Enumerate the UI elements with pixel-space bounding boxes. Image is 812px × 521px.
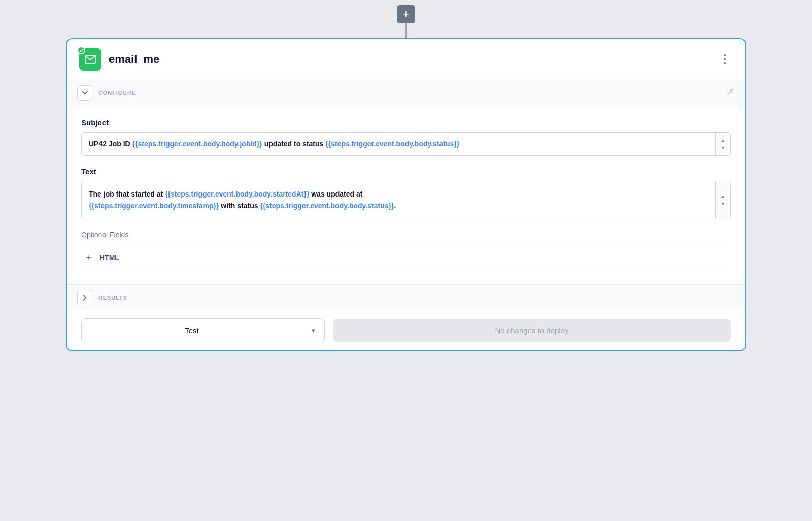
- add-node-button[interactable]: +: [397, 5, 415, 23]
- step-card: email_me CONFIGURE: [66, 38, 746, 351]
- card-header: email_me: [67, 39, 745, 80]
- text-var2: {{steps.trigger.event.body.timestamp}}: [89, 202, 219, 210]
- text-spinner[interactable]: ▲ ▼: [715, 181, 730, 219]
- text-input-row[interactable]: The job that started at {{steps.trigger.…: [81, 181, 731, 219]
- pin-icon-svg: [727, 88, 735, 96]
- check-badge: [77, 46, 85, 54]
- results-bar: RESULTS: [67, 284, 745, 310]
- subject-input-row[interactable]: UP42 Job ID {{steps.trigger.event.body.b…: [81, 132, 731, 156]
- subject-var2: {{steps.trigger.event.body.body.status}}: [325, 140, 459, 148]
- text-var3: {{steps.trigger.event.body.body.status}}: [260, 202, 394, 210]
- subject-middle: updated to status: [262, 140, 325, 148]
- optional-fields-label: Optional Fields: [81, 231, 731, 244]
- html-label: HTML: [99, 254, 119, 262]
- text-var1: {{steps.trigger.event.body.body.startedA…: [165, 190, 309, 198]
- text-input-content[interactable]: The job that started at {{steps.trigger.…: [82, 181, 715, 219]
- card-title: email_me: [109, 53, 717, 66]
- spinner-down-icon[interactable]: ▼: [720, 144, 727, 152]
- connector-line-top: [405, 23, 407, 39]
- text-prefix: The job that started at: [89, 190, 165, 198]
- canvas: + email_me: [0, 0, 812, 521]
- chevron-down-icon: ▾: [312, 327, 315, 334]
- subject-label: Subject: [81, 118, 731, 127]
- app-icon: [79, 48, 101, 71]
- text-spinner-up-icon[interactable]: ▲: [720, 192, 727, 200]
- subject-var1: {{steps.trigger.event.body.body.jobId}}: [132, 140, 262, 148]
- html-row: + HTML: [81, 244, 731, 272]
- configure-bar: CONFIGURE: [67, 80, 745, 106]
- card-footer: Test ▾ No changes to deploy: [67, 310, 745, 350]
- text-middle1: was updated at: [309, 190, 362, 198]
- card-body: Subject UP42 Job ID {{steps.trigger.even…: [67, 106, 745, 284]
- configure-label: CONFIGURE: [98, 90, 727, 96]
- unpin-icon[interactable]: [727, 88, 735, 98]
- text-suffix: .: [394, 202, 396, 210]
- subject-spinner[interactable]: ▲ ▼: [715, 133, 730, 155]
- subject-prefix: UP42 Job ID: [89, 140, 132, 148]
- more-options-button[interactable]: [717, 51, 733, 68]
- check-icon: [79, 48, 84, 53]
- plus-icon: +: [403, 9, 410, 20]
- test-button-wrapper: Test ▾: [81, 318, 325, 342]
- text-middle2: with status: [219, 202, 260, 210]
- three-dots-icon: [724, 54, 726, 64]
- envelope-icon: [85, 55, 96, 64]
- test-button[interactable]: Test: [82, 319, 302, 342]
- text-spinner-down-icon[interactable]: ▼: [720, 200, 727, 208]
- collapse-configure-button[interactable]: [77, 85, 92, 101]
- results-label: RESULTS: [98, 295, 127, 301]
- text-label: Text: [81, 167, 731, 176]
- chevron-right-icon: [83, 295, 87, 301]
- expand-results-button[interactable]: [77, 290, 92, 305]
- spinner-up-icon[interactable]: ▲: [720, 137, 727, 144]
- subject-input-text[interactable]: UP42 Job ID {{steps.trigger.event.body.b…: [82, 133, 715, 155]
- chevron-down-icon: [82, 91, 88, 95]
- deploy-button[interactable]: No changes to deploy: [333, 319, 731, 342]
- svg-point-2: [730, 89, 732, 91]
- html-add-button[interactable]: +: [83, 252, 94, 264]
- test-dropdown-button[interactable]: ▾: [302, 319, 324, 342]
